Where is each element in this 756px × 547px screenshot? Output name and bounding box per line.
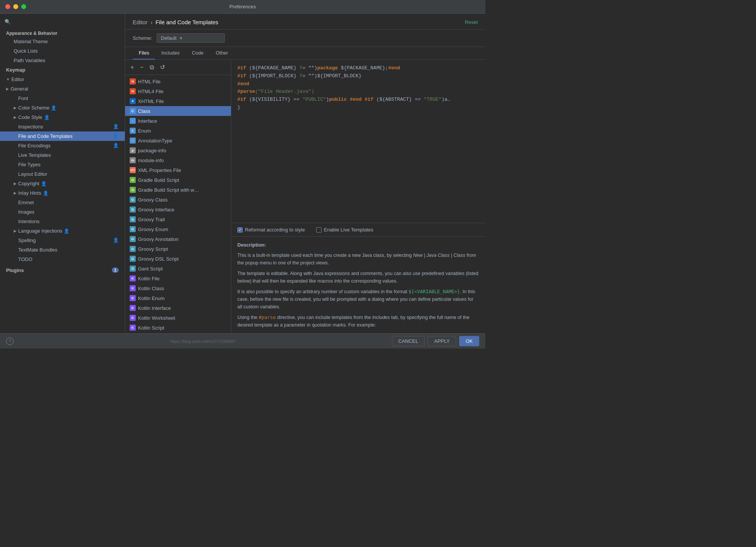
- file-item-html4-file[interactable]: HHTML4 File: [125, 86, 231, 96]
- bottom-right: CANCEL APPLY OK: [392, 336, 480, 346]
- file-item-annotation-type[interactable]: @AnnotationType: [125, 136, 231, 145]
- sidebar-item-copyright[interactable]: ▶ Copyright 👤: [0, 179, 125, 188]
- file-item-kotlin-worksheet[interactable]: KKotlin Worksheet: [125, 313, 231, 323]
- sidebar-item-spelling[interactable]: Spelling 👤: [0, 236, 125, 245]
- code-line-5: #parse("File Header.java"): [237, 88, 479, 96]
- ok-button[interactable]: OK: [459, 336, 479, 346]
- reset-template-button[interactable]: ↺: [158, 63, 166, 72]
- html-icon: H: [130, 78, 136, 84]
- expand-arrow-icon: ▶: [14, 191, 17, 195]
- sidebar-item-quick-lists[interactable]: Quick Lists: [0, 46, 125, 56]
- sidebar-item-code-style-label: Code Style: [18, 114, 42, 120]
- add-template-button[interactable]: +: [129, 63, 135, 72]
- file-item-groovy-class[interactable]: GGroovy Class: [125, 195, 231, 205]
- sidebar-item-inlay-hints[interactable]: ▶ Inlay Hints 👤: [0, 188, 125, 198]
- remove-template-button[interactable]: −: [138, 63, 145, 72]
- sidebar-item-textmate[interactable]: TextMate Bundles: [0, 245, 125, 255]
- sidebar-item-editor[interactable]: ▼ Editor: [0, 75, 125, 84]
- file-list-panel: + − ⧉ ↺ HHTML FileHHTML4 FileXXHTML File…: [125, 60, 231, 333]
- copy-template-button[interactable]: ⧉: [148, 63, 155, 72]
- includes-italic: Includes: [372, 315, 390, 320]
- file-item-groovy-annotation[interactable]: GGroovy Annotation: [125, 234, 231, 244]
- file-item-groovy-enum[interactable]: GGroovy Enum: [125, 224, 231, 234]
- body-split: + − ⧉ ↺ HHTML FileHHTML4 FileXXHTML File…: [125, 60, 485, 333]
- file-item-kotlin-script[interactable]: KKotlin Script: [125, 323, 231, 333]
- reset-button[interactable]: Reset: [465, 19, 478, 25]
- file-item-groovy-interface[interactable]: GGroovy Interface: [125, 205, 231, 214]
- file-item-label: Gant Script: [138, 266, 163, 272]
- file-item-html-file[interactable]: HHTML File: [125, 77, 231, 86]
- sidebar-item-path-variables[interactable]: Path Variables: [0, 56, 125, 65]
- file-item-kotlin-interface[interactable]: KKotlin Interface: [125, 303, 231, 313]
- file-item-kotlin-class[interactable]: KKotlin Class: [125, 283, 231, 293]
- scheme-dropdown[interactable]: Default ▾: [157, 33, 225, 43]
- file-item-label: Kotlin Class: [138, 286, 164, 291]
- file-item-interface[interactable]: IInterface: [125, 116, 231, 126]
- live-templates-checkbox[interactable]: Enable Live Templates: [316, 227, 373, 233]
- file-item-gradle-build[interactable]: GGradle Build Script: [125, 175, 231, 185]
- breadcrumb-current: File and Code Templates: [155, 19, 218, 25]
- file-item-groovy-trait[interactable]: GGroovy Trait: [125, 214, 231, 224]
- cancel-button[interactable]: CANCEL: [392, 336, 425, 346]
- file-item-xhtml-file[interactable]: XXHTML File: [125, 96, 231, 106]
- sidebar-item-material-theme[interactable]: Material Theme: [0, 37, 125, 46]
- file-item-kotlin-file[interactable]: KKotlin File: [125, 274, 231, 283]
- sidebar-item-file-encodings[interactable]: File Encodings 👤: [0, 141, 125, 150]
- sidebar-item-images[interactable]: Images: [0, 207, 125, 217]
- sidebar-item-color-scheme[interactable]: ▶ Color Scheme 👤: [0, 103, 125, 113]
- reformat-checkbox[interactable]: ✓ Reformat according to style: [237, 227, 305, 233]
- sidebar-item-live-templates[interactable]: Live Templates: [0, 150, 125, 160]
- file-item-label: Enum: [138, 128, 151, 134]
- file-item-xml-properties[interactable]: </>XML Properties File: [125, 165, 231, 175]
- tab-files[interactable]: Files: [133, 47, 155, 59]
- sidebar-item-language-injections[interactable]: ▶ Language Injections 👤: [0, 226, 125, 236]
- tab-other[interactable]: Other: [210, 47, 234, 59]
- sidebar-item-general[interactable]: ▶ General: [0, 84, 125, 94]
- help-button[interactable]: ?: [6, 338, 14, 345]
- code-editor[interactable]: #if (${PACKAGE_NAME} != "")package ${PAC…: [231, 60, 485, 223]
- file-item-kotlin-enum[interactable]: KKotlin Enum: [125, 293, 231, 303]
- sidebar-item-file-types[interactable]: File Types: [0, 160, 125, 169]
- file-item-label: Kotlin Enum: [138, 295, 165, 301]
- sidebar-item-plugins[interactable]: Plugins 1: [0, 266, 125, 275]
- file-item-groovy-dsl[interactable]: GGroovy DSL Script: [125, 254, 231, 264]
- sidebar-item-layout-editor[interactable]: Layout Editor: [0, 169, 125, 179]
- file-item-enum[interactable]: EEnum: [125, 126, 231, 136]
- file-item-groovy-script[interactable]: GGroovy Script: [125, 244, 231, 254]
- sidebar-item-code-style[interactable]: ▶ Code Style 👤: [0, 113, 125, 122]
- sidebar-item-file-encodings-label: File Encodings: [18, 143, 50, 148]
- tab-code[interactable]: Code: [186, 47, 210, 59]
- expand-arrow-icon: ▶: [14, 229, 17, 233]
- sidebar-item-intentions[interactable]: Intentions: [0, 217, 125, 226]
- file-item-label: module-info: [138, 158, 164, 163]
- file-item-module-info[interactable]: mmodule-info: [125, 155, 231, 165]
- close-button[interactable]: [5, 4, 10, 9]
- file-item-gant-script[interactable]: GGant Script: [125, 264, 231, 274]
- kotlin-icon: K: [130, 275, 136, 281]
- code-line-1: #if (${PACKAGE_NAME} != "")package ${PAC…: [237, 64, 479, 72]
- java-icon: C: [130, 108, 136, 114]
- main-layout: 🔍 Appearance & Behavior Material Theme Q…: [0, 14, 485, 333]
- file-item-gradle-build-w[interactable]: GGradle Build Script with w…: [125, 185, 231, 195]
- sidebar-item-keymap[interactable]: Keymap: [0, 65, 125, 75]
- apply-button[interactable]: APPLY: [428, 336, 456, 346]
- maximize-button[interactable]: [21, 4, 26, 9]
- tab-includes[interactable]: Includes: [155, 47, 185, 59]
- sidebar-item-inspections[interactable]: Inspections 👤: [0, 122, 125, 131]
- live-templates-label: Enable Live Templates: [324, 227, 373, 233]
- sidebar-item-file-templates-label: File and Code Templates: [18, 133, 73, 139]
- description-para-4: Using the #parse directive, you can incl…: [237, 314, 479, 329]
- code-line-6: #if (${VISIBILITY} == "PUBLIC")public #e…: [237, 96, 479, 104]
- sidebar-item-file-templates[interactable]: File and Code Templates 👤: [0, 131, 125, 141]
- sidebar-item-font[interactable]: Font: [0, 94, 125, 103]
- kotlin-icon: K: [130, 315, 136, 321]
- description-para-2: The template is editable. Along with Jav…: [237, 270, 479, 285]
- file-item-label: XML Properties File: [138, 167, 181, 173]
- file-item-package-info[interactable]: ppackage-info: [125, 145, 231, 155]
- sidebar-item-emmet[interactable]: Emmet: [0, 198, 125, 207]
- file-item-class[interactable]: CClass: [125, 106, 231, 116]
- file-item-label: Gradle Build Script: [138, 177, 179, 183]
- minimize-button[interactable]: [13, 4, 18, 9]
- sidebar-item-inspections-label: Inspections: [18, 124, 43, 130]
- sidebar-item-todo[interactable]: TODO: [0, 255, 125, 264]
